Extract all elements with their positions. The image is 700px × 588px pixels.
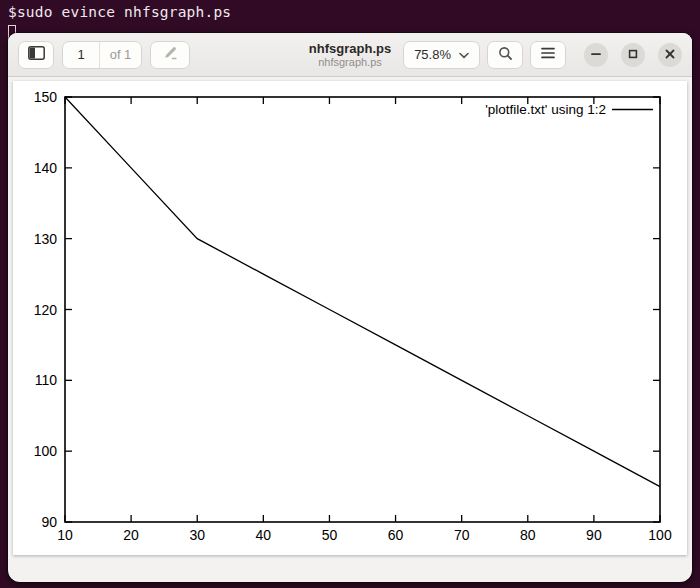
annotate-button[interactable] — [150, 41, 190, 69]
header-right-group: 75.8% — [403, 41, 682, 69]
y-tick-label: 130 — [34, 231, 58, 247]
legend-label: 'plotfile.txt' using 1:2 — [485, 102, 606, 117]
y-tick-label: 120 — [34, 302, 58, 318]
zoom-level-button[interactable]: 75.8% — [403, 41, 480, 69]
x-tick-label: 70 — [454, 527, 470, 543]
window-title-block: nhfsgraph.ps nhfsgraph.ps — [309, 40, 391, 69]
menu-button[interactable] — [530, 41, 566, 69]
document-page: 1020304050607080901009010011012013014015… — [13, 81, 687, 555]
minimize-button[interactable] — [584, 43, 608, 67]
sidebar-icon — [28, 46, 45, 63]
plot-border — [65, 97, 660, 522]
search-icon — [498, 46, 513, 64]
maximize-icon — [628, 47, 638, 62]
y-tick-label: 100 — [34, 443, 58, 459]
terminal-command: $sudo evince nhfsgraph.ps — [8, 4, 231, 20]
x-tick-label: 60 — [388, 527, 404, 543]
screen: { "terminal": { "command": "$sudo evince… — [0, 0, 700, 588]
window-controls — [584, 43, 682, 67]
chart: 1020304050607080901009010011012013014015… — [13, 81, 687, 555]
page-total-label: of 1 — [99, 42, 141, 68]
hamburger-menu-icon — [541, 47, 555, 62]
minimize-icon — [591, 47, 601, 62]
data-line — [65, 97, 660, 487]
y-tick-label: 150 — [34, 89, 58, 105]
x-tick-label: 50 — [322, 527, 338, 543]
page-selector: 1 of 1 — [62, 41, 142, 69]
zoom-level-value: 75.8% — [414, 47, 451, 62]
maximize-button[interactable] — [621, 43, 645, 67]
document-title: nhfsgraph.ps — [309, 40, 391, 56]
x-tick-label: 20 — [123, 527, 139, 543]
x-tick-label: 40 — [256, 527, 272, 543]
page-number-input[interactable]: 1 — [63, 42, 99, 68]
x-tick-label: 30 — [189, 527, 205, 543]
x-tick-label: 100 — [648, 527, 672, 543]
search-button[interactable] — [487, 41, 523, 69]
document-view[interactable]: 1020304050607080901009010011012013014015… — [8, 77, 692, 582]
header-bar: 1 of 1 nhfsgraph.ps nhfsgraph.ps 75.8% — [8, 33, 692, 77]
pen-icon — [163, 46, 178, 63]
x-tick-label: 10 — [57, 527, 73, 543]
y-tick-label: 90 — [41, 514, 57, 530]
close-icon — [665, 47, 675, 62]
chevron-down-icon — [459, 47, 469, 62]
x-tick-label: 90 — [586, 527, 602, 543]
header-left-group: 1 of 1 — [18, 41, 190, 69]
y-tick-label: 110 — [35, 372, 58, 388]
document-subtitle: nhfsgraph.ps — [309, 56, 391, 69]
close-button[interactable] — [658, 43, 682, 67]
x-tick-label: 80 — [520, 527, 536, 543]
evince-window: 1 of 1 nhfsgraph.ps nhfsgraph.ps 75.8% — [8, 33, 692, 582]
sidebar-toggle-button[interactable] — [18, 41, 54, 69]
y-tick-label: 140 — [34, 160, 58, 176]
